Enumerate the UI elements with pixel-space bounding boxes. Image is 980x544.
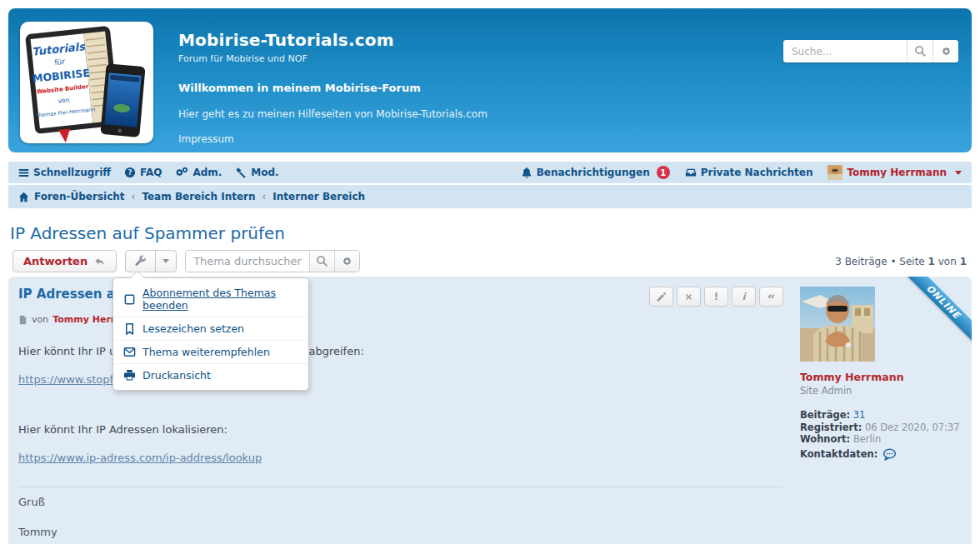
profile-registered-row: Registriert: 06 Dez 2020, 07:37 (800, 422, 962, 434)
help-pages-link[interactable]: Hier geht es zu meinen Hilfeseiten von M… (178, 108, 972, 120)
topic-search-input[interactable] (186, 251, 309, 272)
registered-label: Registriert: (800, 422, 862, 433)
delete-post-button[interactable] (677, 287, 701, 307)
pagination-info: 3 Beiträge • Seite 1 von 1 (835, 256, 972, 267)
reply-arrow-icon (93, 256, 106, 267)
menu-item-bookmark[interactable]: Lesezeichen setzen (113, 317, 308, 340)
breadcrumb-forum[interactable]: Team Bereich Intern (142, 191, 255, 202)
breadcrumb: Foren-Übersicht ‹ Team Bereich Intern ‹ … (8, 185, 972, 208)
registered-value: 06 Dez 2020, 07:37 (865, 422, 960, 433)
nav-admin-label: Adm. (192, 167, 222, 178)
breadcrumb-separator: ‹ (262, 191, 267, 202)
chevron-down-icon (162, 259, 169, 263)
breadcrumb-subforum[interactable]: Interner Bereich (272, 191, 365, 202)
topic-tools-dropdown: Abonnement des Themas beenden Lesezeiche… (112, 277, 309, 391)
menu-item-label: Abonnement des Themas beenden (142, 287, 298, 312)
posts-label: Beiträge: (800, 409, 850, 421)
nav-notifications[interactable]: Benachrichtigungen 1 (521, 166, 670, 179)
page-icon (18, 315, 28, 325)
contact-label: Kontaktdaten: (800, 448, 878, 461)
nav-mod-label: Mod. (251, 167, 278, 178)
contact-bubble-icon[interactable] (882, 448, 897, 461)
printer-icon (123, 369, 136, 382)
svg-text:von: von (58, 96, 70, 104)
nav-quick-links[interactable]: Schnellzugriff (18, 167, 111, 178)
pagination-total-pages: 1 (960, 256, 967, 267)
nav-notifications-label: Benachrichtigungen (537, 167, 650, 178)
tools-caret-button[interactable] (155, 251, 176, 272)
menu-item-label: Lesezeichen setzen (142, 322, 244, 335)
topic-search-advanced-button[interactable] (334, 251, 359, 272)
nav-mod[interactable]: Mod. (235, 167, 278, 178)
pencil-icon (656, 292, 667, 302)
nav-private-messages[interactable]: Private Nachrichten (685, 167, 813, 178)
report-post-button[interactable]: ! (704, 287, 728, 307)
byline-von-label: von (32, 314, 48, 325)
forum-header: Tutorials für MOBIRISE Website Builder v… (8, 8, 972, 152)
svg-text:?: ? (128, 168, 132, 177)
nav-username: Tommy Herrmann (847, 167, 947, 178)
profile-rank: Site Admin (800, 385, 962, 397)
info-icon: i (742, 291, 745, 302)
exclamation-icon: ! (714, 291, 718, 302)
site-logo[interactable]: Tutorials für MOBIRISE Website Builder v… (20, 22, 153, 143)
signature-divider (18, 487, 783, 487)
menu-item-print-view[interactable]: Druckansicht (113, 363, 308, 387)
quote-icon: “ (768, 289, 776, 304)
site-search (783, 40, 958, 62)
gavel-icon (235, 167, 247, 178)
breadcrumb-home[interactable]: Foren-Übersicht (34, 191, 125, 202)
posts-count-link[interactable]: 31 (853, 409, 866, 421)
reply-button[interactable]: Antworten (12, 250, 117, 272)
topic-search-submit-button[interactable] (309, 251, 334, 272)
menu-item-email-topic[interactable]: Thema weiterempfehlen (113, 340, 308, 363)
notification-count-badge[interactable]: 1 (657, 166, 670, 179)
menu-item-label: Druckansicht (142, 369, 211, 382)
main-navbar: Schnellzugriff ? FAQ Adm. Mod. (8, 162, 972, 183)
edit-post-button[interactable] (649, 287, 673, 307)
svg-text:für: für (54, 57, 66, 67)
profile-posts-row: Beiträge: 31 (800, 409, 962, 422)
welcome-message: Willkommen in meinem Mobirise-Forum (178, 82, 972, 94)
nav-quick-links-label: Schnellzugriff (33, 167, 111, 178)
profile-stats: Beiträge: 31 Registriert: 06 Dez 2020, 0… (800, 409, 962, 461)
post-info-button[interactable]: i (732, 287, 756, 307)
gear-icon (341, 255, 353, 267)
pagination-seite-label: Seite (899, 256, 924, 267)
post-text-line: Hier könnt Ihr IP Adressen lokalisieren: (18, 422, 783, 438)
location-value: Berlin (853, 433, 881, 445)
ip-adress-lookup-link[interactable]: https://www.ip-adress.com/ip-address/loo… (18, 451, 262, 467)
profile-contact-row: Kontaktdaten: (800, 448, 962, 461)
site-search-submit-button[interactable] (907, 40, 932, 62)
wrench-icon (134, 255, 147, 267)
pagination-current-page: 1 (928, 256, 935, 267)
breadcrumb-separator: ‹ (132, 191, 136, 202)
avatar[interactable] (800, 287, 875, 362)
post-closing-name: Tommy (18, 525, 783, 541)
nav-private-messages-label: Private Nachrichten (701, 167, 813, 178)
nav-user-menu[interactable]: Tommy Herrmann (828, 165, 962, 180)
location-label: Wohnort: (800, 433, 850, 445)
impressum-link[interactable]: Impressum (178, 133, 972, 145)
pagination-von-label: von (938, 256, 957, 267)
advanced-search-button[interactable] (932, 40, 958, 62)
gears-icon (175, 167, 188, 178)
user-mini-avatar (828, 165, 842, 180)
home-icon (18, 192, 29, 202)
wrench-button[interactable] (126, 251, 155, 272)
site-search-input[interactable] (783, 40, 907, 62)
page-title: IP Adressen auf Spammer prüfen (10, 223, 972, 243)
profile-username-link[interactable]: Tommy Herrmann (800, 371, 962, 383)
poster-profile: Tommy Herrmann Site Admin Beiträge: 31 R… (800, 287, 962, 544)
nav-admin[interactable]: Adm. (175, 167, 222, 178)
post-count: 3 Beiträge (835, 256, 887, 267)
inbox-icon (685, 167, 697, 178)
quote-post-button[interactable]: “ (759, 287, 783, 307)
envelope-icon (123, 346, 136, 358)
nav-faq[interactable]: ? FAQ (124, 167, 162, 178)
menu-item-unsubscribe[interactable]: Abonnement des Themas beenden (113, 282, 308, 317)
topic-action-bar: Antworten (8, 250, 972, 272)
menu-item-label: Thema weiterempfehlen (142, 346, 270, 358)
profile-location-row: Wohnort: Berlin (800, 433, 962, 446)
reply-button-label: Antworten (23, 255, 88, 267)
